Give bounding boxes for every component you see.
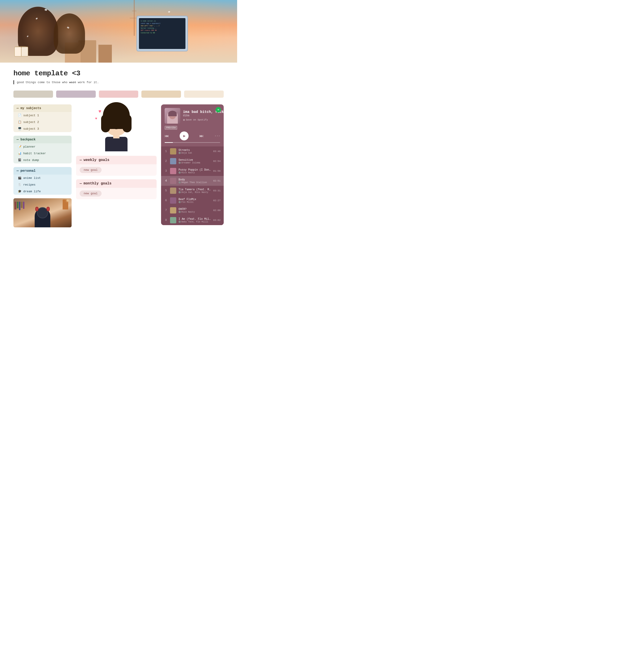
artist-icon-4 bbox=[179, 181, 181, 184]
track-details-1: Streets Doja Cat bbox=[179, 149, 211, 154]
track-artist-2: Dreamer Isioma bbox=[179, 162, 211, 164]
artist-icon-3 bbox=[179, 171, 181, 174]
monthly-new-goal-button[interactable]: new goal bbox=[80, 190, 102, 196]
track-num-3: 3 bbox=[164, 170, 168, 173]
track-num-7: 7 bbox=[164, 209, 168, 212]
planner-label: planner bbox=[23, 145, 36, 149]
monthly-goals-body: new goal bbox=[76, 188, 156, 199]
artist-icon-7 bbox=[179, 211, 181, 213]
track-duration-6: 02:27 bbox=[213, 199, 221, 202]
track-duration-5: 03:31 bbox=[213, 189, 221, 192]
track-title-3: Pussy Poppin (I Don't Really Talk Like T… bbox=[179, 168, 211, 171]
weekly-new-goal-button[interactable]: new goal bbox=[80, 167, 102, 173]
track-duration-8: 03:02 bbox=[213, 219, 221, 222]
track-artist-4: Megan Thee Stallion bbox=[179, 181, 211, 184]
hero-book-icon bbox=[13, 46, 29, 59]
track-row-4[interactable]: 4 Body Megan Thee Stallion 02:51 bbox=[161, 176, 224, 186]
subjects-dash: — bbox=[17, 106, 19, 110]
artist-icon-8 bbox=[179, 221, 181, 223]
sidebar-item-planner[interactable]: 📝 planner bbox=[13, 143, 71, 150]
track-num-1: 1 bbox=[164, 150, 168, 153]
track-row-1[interactable]: 1 Streets Doja Cat 03:46 bbox=[161, 147, 224, 156]
spotify-header: ima bad bitch, fuck th diba ⊕ Save on Sp… bbox=[161, 104, 224, 147]
monthly-goals-title: monthly goals bbox=[84, 182, 112, 186]
personal-header: — personal bbox=[13, 167, 71, 175]
track-title-2: Sensitive bbox=[179, 158, 211, 162]
planner-icon: 📝 bbox=[18, 145, 21, 149]
track-thumb-4 bbox=[170, 178, 176, 184]
sidebar-item-subject3[interactable]: 🖥️ subject 3 bbox=[13, 125, 71, 132]
quote-after: work for it. bbox=[78, 81, 99, 84]
more-options-button[interactable]: ··· bbox=[215, 134, 220, 138]
note-dump-icon: 📓 bbox=[18, 158, 21, 162]
monthly-goals-section: — monthly goals new goal bbox=[76, 179, 156, 199]
sidebar-item-subject1[interactable]: 📄 subject 1 bbox=[13, 112, 71, 119]
middle-col: ♥ ♥ bbox=[76, 104, 156, 203]
save-label: Save on Spotify bbox=[186, 119, 208, 121]
track-thumb-7 bbox=[170, 207, 176, 213]
next-track-button[interactable]: ⏭ bbox=[200, 134, 204, 138]
personal-dash: — bbox=[17, 169, 19, 173]
track-num-6: 6 bbox=[164, 199, 168, 202]
track-row-5[interactable]: 5 Tia Tamera (feat. Rico Nasty) Doja Cat… bbox=[161, 186, 224, 195]
sidebar-item-note-dump[interactable]: 📓 note dump bbox=[13, 157, 71, 163]
monthly-goals-header: — monthly goals bbox=[76, 179, 156, 188]
progress-bar[interactable] bbox=[165, 142, 220, 143]
track-thumb-8 bbox=[170, 217, 176, 223]
anime-list-icon: 🎬 bbox=[18, 176, 21, 180]
track-artist-6: Flo Milli bbox=[179, 201, 211, 203]
quote-text: good things come to those who wait work … bbox=[17, 81, 99, 84]
recipes-label: recipes bbox=[23, 183, 36, 187]
track-details-4: Body Megan Thee Stallion bbox=[179, 178, 211, 184]
save-spotify-button[interactable]: ⊕ Save on Spotify bbox=[183, 118, 224, 122]
track-row-3[interactable]: 3 Pussy Poppin (I Don't Really Talk Like… bbox=[161, 166, 224, 176]
subject2-label: subject 2 bbox=[23, 120, 39, 124]
artist-icon-5 bbox=[179, 191, 181, 193]
track-title-5: Tia Tamera (feat. Rico Nasty) bbox=[179, 188, 211, 191]
track-num-4: 4 bbox=[164, 179, 168, 183]
subjects-title: my subjects bbox=[21, 106, 41, 110]
character-area: ♥ ♥ bbox=[76, 104, 156, 151]
track-row-8[interactable]: 8 I Am (feat. Flo Milli) Baby Tate, Flo … bbox=[161, 215, 224, 225]
track-title-7: OHFR? bbox=[179, 208, 211, 211]
track-thumb-1 bbox=[170, 148, 176, 154]
left-sidebar: — my subjects 📄 subject 1 📋 subject 2 🖥️… bbox=[13, 104, 71, 227]
subject2-icon: 📋 bbox=[18, 120, 21, 124]
artist-icon-2 bbox=[179, 162, 181, 164]
track-artist-8: Baby Tate, Flo Milli bbox=[179, 221, 211, 223]
track-artist-1: Doja Cat bbox=[179, 152, 211, 154]
track-title-1: Streets bbox=[179, 149, 211, 152]
weekly-goals-body: new goal bbox=[76, 164, 156, 176]
swatch-5 bbox=[184, 90, 224, 98]
quote-before: good things come to those who bbox=[17, 81, 67, 84]
backpack-section: — backpack 📝 planner 📊 habit tracker 📓 n… bbox=[13, 136, 71, 163]
track-duration-1: 03:46 bbox=[213, 150, 221, 153]
track-row-7[interactable]: 7 OHFR? Rico Nasty 02:00 bbox=[161, 205, 224, 215]
track-row-6[interactable]: 6 Beef FloMix Flo Milli 02:27 bbox=[161, 195, 224, 205]
play-pause-button[interactable] bbox=[180, 132, 189, 140]
sidebar-item-habit-tracker[interactable]: 📊 habit tracker bbox=[13, 150, 71, 157]
track-title-6: Beef FloMix bbox=[179, 198, 211, 201]
sidebar-item-recipes[interactable]: 🍴 recipes bbox=[13, 181, 71, 188]
svg-rect-0 bbox=[21, 47, 28, 56]
preview-label: PREVIEW bbox=[165, 126, 177, 130]
track-num-8: 8 bbox=[164, 219, 168, 222]
heart-1: ♥ bbox=[98, 109, 101, 115]
habit-tracker-icon: 📊 bbox=[18, 152, 21, 155]
sidebar-item-dream-life[interactable]: 🎓 dream life bbox=[13, 188, 71, 195]
weekly-goals-header: — weekly goals bbox=[76, 156, 156, 164]
prev-track-button[interactable]: ⏮ bbox=[165, 134, 169, 138]
sidebar-item-anime-list[interactable]: 🎬 anime list bbox=[13, 175, 71, 181]
track-title-4: Body bbox=[179, 178, 211, 181]
note-dump-label: note dump bbox=[23, 158, 39, 162]
track-details-7: OHFR? Rico Nasty bbox=[179, 208, 211, 213]
subject3-icon: 🖥️ bbox=[18, 127, 21, 131]
track-details-6: Beef FloMix Flo Milli bbox=[179, 198, 211, 203]
swatch-4 bbox=[141, 90, 181, 98]
hero-banner: $ node server.js const app = express() a… bbox=[0, 0, 237, 63]
swatch-2 bbox=[56, 90, 96, 98]
track-row-2[interactable]: 2 Sensitive Dreamer Isioma 02:54 bbox=[161, 156, 224, 166]
weekly-goals-title: weekly goals bbox=[84, 158, 110, 162]
progress-fill bbox=[165, 142, 173, 143]
sidebar-item-subject2[interactable]: 📋 subject 2 bbox=[13, 119, 71, 125]
